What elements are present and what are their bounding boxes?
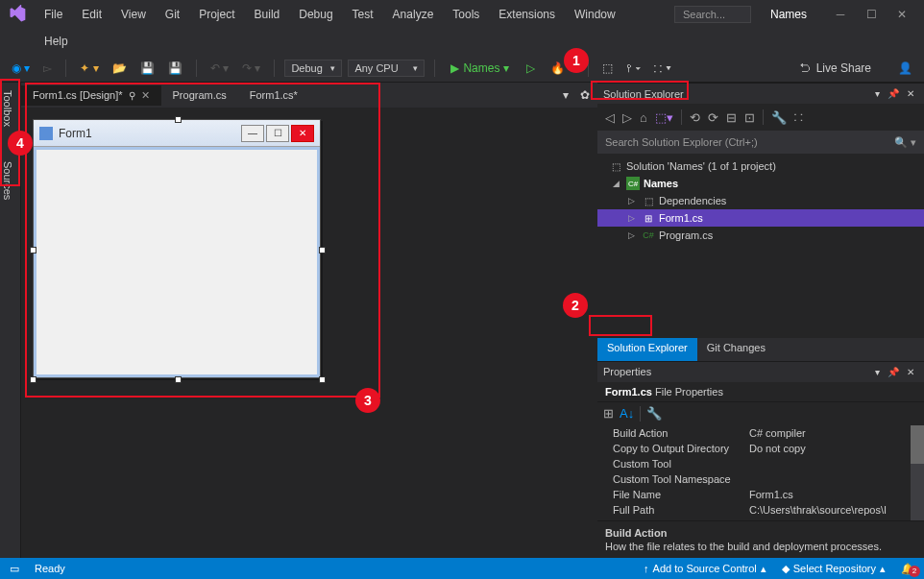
tab-overflow-button[interactable]: ▾ <box>559 86 572 104</box>
alphabetical-button[interactable]: A↓ <box>620 406 634 421</box>
redo-button[interactable]: ↷ ▾ <box>238 60 264 77</box>
scrollbar-thumb[interactable] <box>911 425 924 464</box>
form1-titlebar[interactable]: Form1 — ☐ ✕ <box>34 120 320 147</box>
pin-icon[interactable]: ⚲ <box>129 90 135 101</box>
menu-debug[interactable]: Debug <box>291 4 340 25</box>
platform-dropdown[interactable]: Any CPU <box>348 60 425 77</box>
menu-view[interactable]: View <box>113 4 154 25</box>
config-dropdown[interactable]: Debug <box>284 60 342 77</box>
tb-icon2[interactable]: ⫯ ▾ <box>622 60 644 77</box>
menu-edit[interactable]: Edit <box>74 4 109 25</box>
properties-header[interactable]: Properties ▾ 📌 ✕ <box>597 361 924 382</box>
prop-custom-tool[interactable]: Custom Tool <box>597 456 924 471</box>
search-input[interactable]: Search... <box>674 6 751 23</box>
prop-file-name[interactable]: File Name Form1.cs <box>597 487 924 502</box>
open-button[interactable]: 📂 <box>109 60 131 77</box>
tb-icon3[interactable]: ⸬ ▾ <box>650 60 676 77</box>
se-home-button[interactable]: ⌂ <box>640 110 647 125</box>
se-pin-button[interactable]: 📌 <box>884 88 903 99</box>
props-dropdown-button[interactable]: ▾ <box>871 367 884 377</box>
tree-dependencies[interactable]: ▷ ⬚ Dependencies <box>597 192 924 209</box>
resize-handle[interactable] <box>175 116 182 123</box>
props-close-button[interactable]: ✕ <box>903 367 918 377</box>
liveshare-button[interactable]: ⮌ Live Share <box>791 60 879 77</box>
form-designer[interactable]: Form1 — ☐ ✕ <box>21 108 597 558</box>
tree-form1[interactable]: ▷ ⊞ Form1.cs <box>597 209 924 227</box>
tree-project[interactable]: ◢ C# Names <box>597 175 924 192</box>
doc-tab-program[interactable]: Program.cs <box>161 85 238 105</box>
se-preview-button[interactable]: ⸬ <box>794 109 803 125</box>
save-button[interactable]: 💾 <box>136 60 158 77</box>
hot-reload-button[interactable]: 🔥 ▾ <box>547 60 577 77</box>
menu-test[interactable]: Test <box>345 4 381 25</box>
doc-tab-form1-cs[interactable]: Form1.cs* <box>238 85 309 105</box>
prop-full-path[interactable]: Full Path C:\Users\thrak\source\repos\I <box>597 502 924 518</box>
data-sources-tab[interactable]: Sources <box>0 154 15 207</box>
prop-copy-output[interactable]: Copy to Output Directory Do not copy <box>597 441 924 456</box>
categorized-button[interactable]: ⊞ <box>603 406 614 421</box>
tree-program[interactable]: ▷ C# Program.cs <box>597 227 924 244</box>
properties-grid[interactable]: Build Action C# compiler Copy to Output … <box>597 425 924 521</box>
props-pages-button[interactable]: 🔧 <box>646 406 662 421</box>
se-back-button[interactable]: ◁ <box>605 110 615 125</box>
prop-build-action[interactable]: Build Action C# compiler <box>597 425 924 441</box>
menu-build[interactable]: Build <box>247 4 288 25</box>
solution-explorer-header[interactable]: Solution Explorer ▾ 📌 ✕ <box>597 83 924 104</box>
se-switch-views-button[interactable]: ⬚▾ <box>655 110 673 125</box>
undo-button[interactable]: ↶ ▾ <box>207 60 232 77</box>
output-icon[interactable]: ▭ <box>10 563 19 575</box>
start-nodebug-button[interactable]: ▷ <box>521 60 541 77</box>
notifications-button[interactable]: 🔔 <box>901 563 914 575</box>
resize-handle[interactable] <box>319 376 326 383</box>
se-sync-button[interactable]: ⟲ <box>690 110 700 125</box>
expand-arrow[interactable]: ◢ <box>613 179 622 188</box>
menu-file[interactable]: File <box>36 4 70 25</box>
tb-icon1[interactable]: ⬚ <box>598 60 617 77</box>
nav-fwd-button[interactable]: ▻ <box>39 60 56 77</box>
se-tab-explorer[interactable]: Solution Explorer <box>597 338 697 361</box>
toolbox-tab[interactable]: Toolbox <box>0 83 15 134</box>
minimize-button[interactable]: ─ <box>826 5 855 24</box>
form-body[interactable] <box>34 147 320 377</box>
expand-arrow[interactable]: ▷ <box>628 213 638 223</box>
add-source-control-button[interactable]: ↑ Add to Source Control ▴ <box>644 563 766 575</box>
props-scrollbar[interactable] <box>911 425 924 521</box>
expand-arrow[interactable]: ▷ <box>628 230 638 240</box>
nav-back-button[interactable]: ◉ ▾ <box>8 60 34 77</box>
maximize-button[interactable]: ☐ <box>857 5 886 24</box>
se-show-all-button[interactable]: ⊡ <box>744 110 755 125</box>
props-pin-button[interactable]: 📌 <box>884 367 903 377</box>
resize-handle[interactable] <box>30 376 36 383</box>
tree-solution[interactable]: ⬚ Solution 'Names' (1 of 1 project) <box>597 157 924 175</box>
se-search-input[interactable]: Search Solution Explorer (Ctrl+;) 🔍 ▾ <box>597 131 924 154</box>
new-item-button[interactable]: ✦ ▾ <box>76 60 102 77</box>
form1-window[interactable]: Form1 — ☐ ✕ <box>33 119 321 378</box>
menu-help[interactable]: Help <box>36 31 76 52</box>
resize-handle[interactable] <box>319 247 326 253</box>
save-all-button[interactable]: 💾 <box>164 60 186 77</box>
menu-project[interactable]: Project <box>191 4 242 25</box>
resize-handle[interactable] <box>30 247 36 253</box>
resize-handle[interactable] <box>175 376 182 383</box>
se-close-button[interactable]: ✕ <box>903 88 918 99</box>
select-repo-button[interactable]: ◆ Select Repository ▴ <box>782 563 886 575</box>
se-tab-git[interactable]: Git Changes <box>697 338 775 361</box>
start-debug-button[interactable]: ▶ Names ▾ <box>445 60 515 77</box>
props-object-selector[interactable]: Form1.cs File Properties <box>597 382 924 402</box>
prop-custom-tool-ns[interactable]: Custom Tool Namespace <box>597 471 924 487</box>
se-refresh-button[interactable]: ⟳ <box>708 110 718 125</box>
se-collapse-button[interactable]: ⊟ <box>726 110 737 125</box>
menu-git[interactable]: Git <box>158 4 187 25</box>
se-properties-button[interactable]: 🔧 <box>771 110 787 125</box>
close-button[interactable]: ✕ <box>888 5 916 24</box>
menu-extensions[interactable]: Extensions <box>491 4 563 25</box>
tab-settings-button[interactable]: ✿ <box>576 86 594 104</box>
close-tab-icon[interactable]: ✕ <box>141 89 150 102</box>
doc-tab-form1-design[interactable]: Form1.cs [Design]* ⚲ ✕ <box>21 85 161 106</box>
menu-analyze[interactable]: Analyze <box>385 4 442 25</box>
expand-arrow[interactable]: ▷ <box>628 196 638 205</box>
account-button[interactable]: 👤 <box>894 60 916 77</box>
se-dropdown-button[interactable]: ▾ <box>871 88 884 99</box>
menu-window[interactable]: Window <box>567 4 623 25</box>
se-fwd-button[interactable]: ▷ <box>622 110 632 125</box>
